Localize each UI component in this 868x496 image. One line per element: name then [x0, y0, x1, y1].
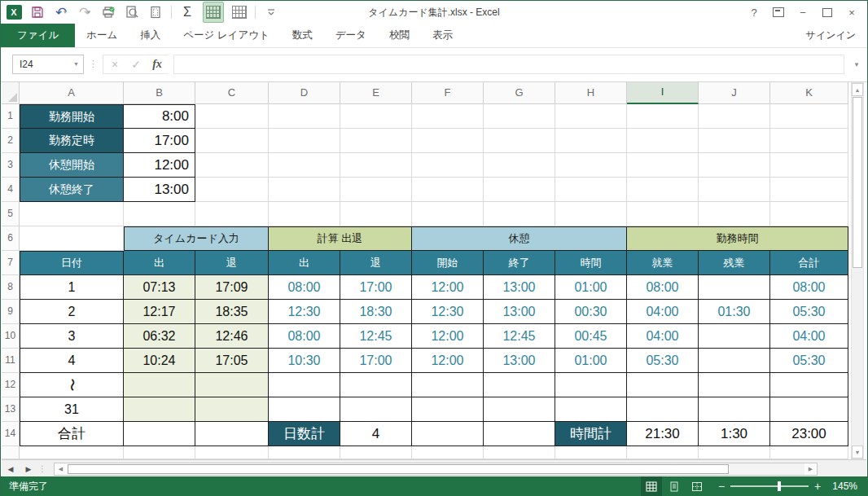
excel-logo-icon[interactable]: X	[6, 4, 22, 20]
cell-D12[interactable]	[269, 373, 340, 397]
cell-A9[interactable]: 2	[20, 300, 124, 324]
cell-B12[interactable]	[124, 373, 195, 397]
cell-G11[interactable]: 13:00	[484, 349, 555, 373]
cell-B3[interactable]: 12:00	[124, 153, 195, 178]
cell[interactable]	[195, 104, 269, 129]
cell-A12[interactable]: 〜	[20, 373, 124, 397]
cell-E14-days-value[interactable]: 4	[340, 422, 412, 446]
cell-I8[interactable]: 08:00	[627, 275, 699, 300]
page-setup-icon[interactable]	[147, 4, 164, 20]
cell-I7[interactable]: 就業	[627, 251, 699, 275]
cell[interactable]	[340, 178, 412, 202]
cell-B2[interactable]: 17:00	[124, 129, 195, 153]
cell-D10[interactable]: 08:00	[269, 324, 340, 349]
cell-G8[interactable]: 13:00	[484, 275, 555, 300]
cell[interactable]	[484, 446, 555, 459]
cell[interactable]	[269, 202, 340, 226]
scroll-left-icon[interactable]: ◀	[55, 463, 67, 475]
cell-A14-total-label[interactable]: 合計	[20, 422, 124, 446]
close-button[interactable]: ×	[841, 4, 862, 20]
cell-K14-grand-total[interactable]: 23:00	[770, 422, 848, 446]
cell-D14-days-label[interactable]: 日数計	[269, 422, 340, 446]
scroll-up-icon[interactable]: ▲	[852, 83, 863, 96]
cell-C13[interactable]	[195, 397, 269, 422]
cell[interactable]	[195, 129, 269, 153]
cell[interactable]	[412, 129, 484, 153]
cell-I9[interactable]: 04:00	[627, 300, 699, 324]
autosum-icon[interactable]: Σ	[179, 4, 195, 20]
vertical-scrollbar-thumb[interactable]	[853, 97, 862, 268]
cell[interactable]	[484, 129, 555, 153]
cell-D11[interactable]: 10:30	[269, 349, 340, 373]
cell[interactable]	[770, 178, 848, 202]
row-header-3[interactable]: 3	[2, 153, 20, 178]
cell-J11[interactable]	[699, 349, 770, 373]
maximize-button[interactable]	[817, 4, 838, 20]
row-header-8[interactable]: 8	[2, 275, 20, 300]
cell[interactable]	[195, 446, 269, 459]
scroll-right-icon[interactable]: ▶	[804, 463, 817, 475]
tab-page-layout[interactable]: ページ レイアウト	[172, 24, 281, 47]
cell-A1[interactable]: 勤務開始	[20, 104, 124, 129]
row-header-15[interactable]	[2, 446, 20, 459]
cell-C8[interactable]: 17:09	[195, 275, 269, 300]
cell[interactable]	[555, 446, 627, 459]
col-header-J[interactable]: J	[699, 82, 770, 104]
cell[interactable]	[412, 178, 484, 202]
cell[interactable]	[770, 153, 848, 178]
cell-I10[interactable]: 04:00	[627, 324, 699, 349]
section-timecard-input[interactable]: タイムカード入力	[124, 226, 269, 251]
select-all-corner[interactable]	[2, 82, 20, 104]
cell-C10[interactable]: 12:46	[195, 324, 269, 349]
cell-E12[interactable]	[340, 373, 412, 397]
cell-E11[interactable]: 17:00	[340, 349, 412, 373]
cell-J7[interactable]: 残業	[699, 251, 770, 275]
cell-J8[interactable]	[699, 275, 770, 300]
cell-J12[interactable]	[699, 373, 770, 397]
col-header-B[interactable]: B	[124, 82, 195, 104]
cell-F14[interactable]	[412, 422, 484, 446]
section-calc-inout[interactable]: 計算 出退	[269, 226, 412, 251]
cell-E7[interactable]: 退	[340, 251, 412, 275]
col-header-E[interactable]: E	[340, 82, 412, 104]
cell-J10[interactable]	[699, 324, 770, 349]
cell[interactable]	[770, 202, 848, 226]
cell[interactable]	[627, 446, 699, 459]
cell[interactable]	[627, 202, 699, 226]
cell[interactable]	[484, 202, 555, 226]
cell-D7[interactable]: 出	[269, 251, 340, 275]
tab-review[interactable]: 校閲	[378, 24, 421, 47]
cell-H11[interactable]: 01:00	[555, 349, 627, 373]
cell-C11[interactable]: 17:05	[195, 349, 269, 373]
cell[interactable]	[770, 129, 848, 153]
col-header-G[interactable]: G	[484, 82, 555, 104]
page-break-view-icon[interactable]	[686, 476, 708, 496]
cell[interactable]	[699, 129, 770, 153]
tab-home[interactable]: ホーム	[75, 24, 129, 47]
cell-A6[interactable]	[20, 226, 124, 251]
cell[interactable]	[699, 153, 770, 178]
sheet-next-icon[interactable]: ▶	[20, 465, 37, 473]
cell-F12[interactable]	[412, 373, 484, 397]
cell-G10[interactable]: 12:45	[484, 324, 555, 349]
cell-B7[interactable]: 出	[124, 251, 195, 275]
quick-print-icon[interactable]	[100, 4, 116, 20]
cell-C7[interactable]: 退	[195, 251, 269, 275]
col-header-F[interactable]: F	[412, 82, 484, 104]
col-header-K[interactable]: K	[770, 82, 848, 104]
cell-B1[interactable]: 8:00	[124, 104, 195, 129]
formula-bar-splitter[interactable]: ⋮	[89, 59, 98, 69]
help-button[interactable]: ?	[743, 4, 765, 20]
cell-B9[interactable]: 12:17	[124, 300, 195, 324]
row-header-13[interactable]: 13	[2, 397, 20, 422]
cell[interactable]	[340, 446, 412, 459]
cell-C9[interactable]: 18:35	[195, 300, 269, 324]
row-header-10[interactable]: 10	[2, 324, 20, 349]
cell[interactable]	[195, 202, 269, 226]
name-box-dropdown-icon[interactable]: ▼	[73, 61, 79, 67]
horizontal-scrollbar-thumb[interactable]	[68, 464, 729, 474]
cell[interactable]	[412, 153, 484, 178]
tab-formulas[interactable]: 数式	[281, 24, 324, 47]
zoom-in-icon[interactable]: +	[813, 480, 822, 493]
row-header-5[interactable]: 5	[2, 202, 20, 226]
